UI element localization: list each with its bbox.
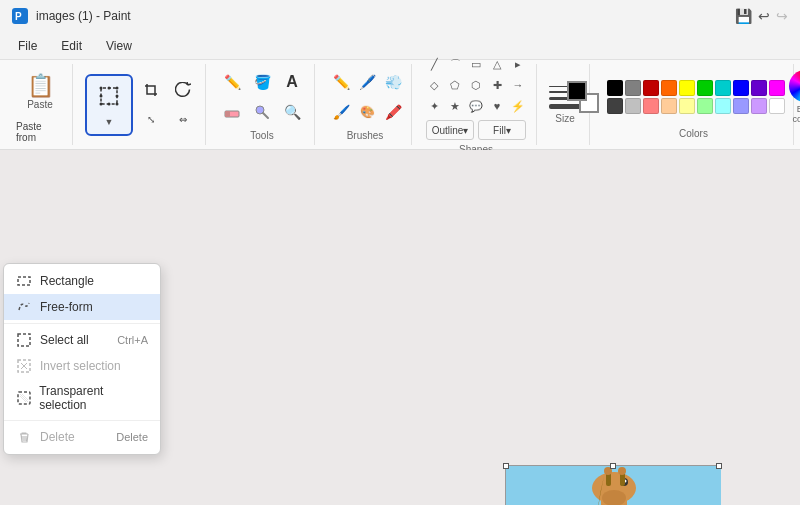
brush-watercolor[interactable]: 🎨 (353, 98, 381, 126)
rotate-button[interactable] (169, 76, 197, 104)
dd-invertselection: Invert selection (4, 353, 160, 379)
svg-text:P: P (15, 11, 22, 22)
save-icon[interactable]: 💾 (735, 8, 752, 24)
shape-arrow[interactable]: → (508, 75, 528, 95)
dd-rectangle-label: Rectangle (40, 274, 94, 288)
menu-file[interactable]: File (8, 35, 47, 57)
color-swatch[interactable] (715, 98, 731, 114)
color-swatch[interactable] (769, 98, 785, 114)
shape-star5[interactable]: ★ (445, 96, 465, 116)
dd-selectall[interactable]: Select all Ctrl+A (4, 327, 160, 353)
handle-tl[interactable] (503, 463, 509, 469)
selection-dropdown: Rectangle Free-form Select al (3, 263, 161, 455)
color-swatch[interactable] (697, 98, 713, 114)
shape-diamond[interactable]: ◇ (424, 75, 444, 95)
dd-delete-label: Delete (40, 430, 75, 444)
fill-dropdown[interactable]: Fill▾ (478, 120, 526, 140)
handle-tc[interactable] (610, 463, 616, 469)
shape-cross[interactable]: ✚ (487, 75, 507, 95)
shape-star4[interactable]: ✦ (424, 96, 444, 116)
shape-lightning[interactable]: ⚡ (508, 96, 528, 116)
giraffe-image[interactable] (505, 465, 720, 505)
rectangle-icon (16, 273, 32, 289)
brush-pencil[interactable]: ✏️ (327, 68, 355, 96)
colors-label: Colors (679, 128, 708, 139)
color-swatch[interactable] (679, 98, 695, 114)
color-swatch[interactable] (733, 80, 749, 96)
main-window: P images (1) - Paint 💾 ↩ ↪ File Edit Vie… (0, 0, 800, 505)
flip-button[interactable]: ⇔ (169, 106, 197, 134)
color-swatch[interactable] (643, 80, 659, 96)
svg-point-8 (100, 102, 103, 105)
color-swatch[interactable] (679, 80, 695, 96)
menu-edit[interactable]: Edit (51, 35, 92, 57)
color-swatch[interactable] (661, 80, 677, 96)
shape-line[interactable]: ╱ (424, 54, 444, 74)
color-swatch[interactable] (625, 80, 641, 96)
app-icon: P (12, 8, 28, 24)
select-dropdown-button[interactable]: ▼ (93, 114, 125, 130)
color-swatch[interactable] (715, 80, 731, 96)
svg-point-9 (108, 102, 111, 105)
menubar: File Edit View (0, 32, 800, 60)
tools-label: Tools (250, 130, 273, 141)
redo-button[interactable]: ↪ (776, 8, 788, 24)
resize-button[interactable]: ⤡ (137, 106, 165, 134)
crop-button[interactable] (137, 76, 165, 104)
pencil-button[interactable]: ✏️ (218, 68, 246, 96)
brushes-label: Brushes (347, 130, 384, 141)
shape-heart[interactable]: ♥ (487, 96, 507, 116)
dd-freeform[interactable]: Free-form (4, 294, 160, 320)
color-swatch[interactable] (751, 98, 767, 114)
zoom-button[interactable]: 🔍 (278, 98, 306, 126)
dd-transparentselection[interactable]: Transparent selection (4, 379, 160, 417)
canvas-wrapper: Rectangle Free-form Select al (0, 150, 800, 505)
paste-from-button[interactable]: Paste from (16, 120, 64, 144)
color-swatch[interactable] (625, 98, 641, 114)
color-swatch[interactable] (607, 98, 623, 114)
paste-button[interactable]: 📋 Paste (22, 66, 58, 118)
brush-calligraphy[interactable]: 🖊️ (353, 68, 381, 96)
text-button[interactable]: A (278, 68, 306, 96)
color-swatch[interactable] (751, 80, 767, 96)
brush-marker[interactable]: 🖍️ (379, 98, 407, 126)
fg-color-swatch[interactable] (567, 81, 587, 101)
shape-pentagon[interactable]: ⬠ (445, 75, 465, 95)
shape-hexagon[interactable]: ⬡ (466, 75, 486, 95)
brush-oil[interactable]: 🖌️ (327, 98, 355, 126)
titlebar: P images (1) - Paint 💾 ↩ ↪ (0, 0, 800, 32)
dd-selectall-label: Select all (40, 333, 89, 347)
menu-view[interactable]: View (96, 35, 142, 57)
color-swatch[interactable] (733, 98, 749, 114)
select-button[interactable] (93, 80, 125, 112)
eraser-button[interactable] (218, 98, 246, 126)
color-swatch[interactable] (769, 80, 785, 96)
image-section: ▼ ⤡ (77, 64, 206, 145)
freeform-icon (16, 299, 32, 315)
tools-buttons: ✏️ 🪣 A 🔍 (218, 68, 306, 126)
undo-button[interactable]: ↩ (758, 8, 770, 24)
color-swatch[interactable] (661, 98, 677, 114)
colorpicker-button[interactable] (248, 98, 276, 126)
color-swatch[interactable] (697, 80, 713, 96)
color-swatch[interactable] (607, 80, 623, 96)
shape-callout[interactable]: 💬 (466, 96, 486, 116)
separator-1 (4, 323, 160, 324)
brush-airbrush[interactable]: 💨 (379, 68, 407, 96)
svg-point-6 (100, 94, 103, 97)
brushes-section: ✏️ 🖊️ 💨 🖌️ 🎨 🖍️ Brushes (319, 64, 412, 145)
selectall-icon (16, 332, 32, 348)
shape-triangle[interactable]: △ (487, 54, 507, 74)
shape-more[interactable]: ▸ (508, 54, 528, 74)
handle-tr[interactable] (716, 463, 722, 469)
fill-button[interactable]: 🪣 (248, 68, 276, 96)
shape-curve[interactable]: ⌒ (445, 54, 465, 74)
svg-point-4 (108, 86, 111, 89)
svg-point-7 (116, 94, 119, 97)
shape-rect[interactable]: ▭ (466, 54, 486, 74)
outline-dropdown[interactable]: Outline▾ (426, 120, 474, 140)
dd-freeform-label: Free-form (40, 300, 93, 314)
color-swatch[interactable] (643, 98, 659, 114)
dd-rectangle[interactable]: Rectangle (4, 268, 160, 294)
svg-rect-37 (18, 334, 30, 346)
